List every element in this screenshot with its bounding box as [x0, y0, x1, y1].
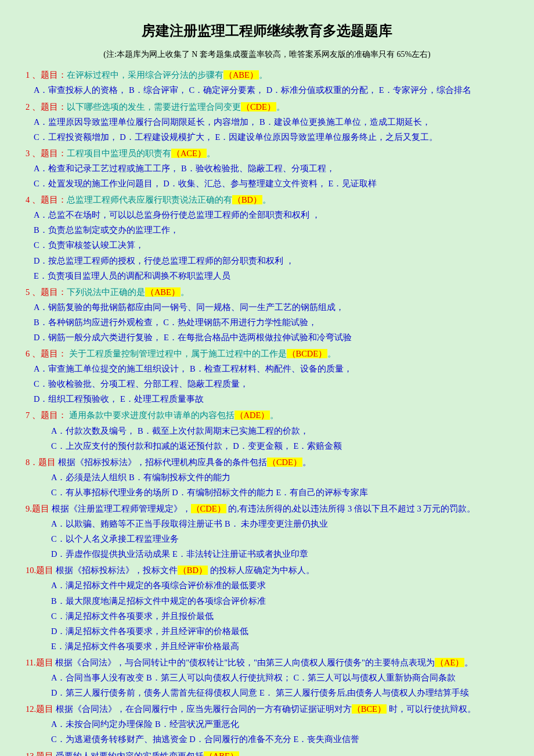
question-text: 下列说法中正确的是 — [67, 287, 145, 297]
answer-highlight: （BCE） — [352, 704, 387, 714]
question-11: 11.题目 根据《合同法》，与合同转让中的"债权转让"比较，"由第三人向债权人履… — [26, 655, 508, 700]
question-text-tail: 。 — [181, 287, 189, 297]
option-line: D．组织工程预验收， E．处理工程质量事故 — [26, 391, 508, 406]
option-line: A．未按合同约定办理保险 B．经营状况严重恶化 — [26, 717, 508, 732]
option-line: D．第三人履行债务前，债务人需首先征得债权人同意 E． 第三人履行债务后,由债务… — [26, 685, 508, 700]
question-text: 根据《合同法》，与合同转让中的"债权转让"比较，"由第三人向债权人履行债务"的主… — [53, 658, 435, 667]
question-stem: 9.题目 根据《注册监理工程师管理规定》，（CDE） 的,有违法所得的,处以违法… — [26, 501, 508, 516]
question-2: 2 、题目：以下哪些选项的发生，需要进行监理合同变更（CDE）。A．监理原因导致… — [26, 99, 508, 145]
question-number: 12.题目 — [26, 704, 53, 714]
option-line: C．处置发现的施工作业问题目， D．收集、汇总、参与整理建立文件资料， E．见证… — [26, 176, 508, 191]
question-4: 4 、题目：总监理工程师代表应履行职责说法正确的有（BD）。A．总监不在场时，可… — [26, 192, 508, 283]
question-text-tail: 。 — [464, 658, 473, 667]
question-text-tail: 。 — [302, 458, 311, 467]
option-line: A．付款次数及编号， B．截至上次付款周期末已实施工程的价款， — [26, 423, 508, 438]
answer-highlight: （CDE） — [241, 102, 276, 111]
option-line: E．满足招标文件各项要求，并且经评审价格最高 — [26, 639, 508, 654]
question-text-tail: 的投标人应确定为中标人。 — [208, 566, 315, 575]
question-text: 工程项目中监理员的职责有 — [67, 149, 171, 158]
question-6: 6 、题目： 关于工程质量控制管理过程中，属于施工过程中的工作是（BCDE）。A… — [26, 346, 508, 406]
question-stem: 7 、题目： 通用条款中要求进度付款申请单的内容包括（ADE）。 — [26, 408, 508, 423]
option-line: A．钢筋复验的每批钢筋都应由同一钢号、同一规格、同一生产工艺的钢筋组成， — [26, 300, 508, 315]
answer-highlight: （ADE） — [234, 411, 270, 420]
question-stem: 5 、题目：下列说法中正确的是（ABE）。 — [26, 285, 508, 300]
question-text-tail: 的,有违法所得的,处以违法所得 3 倍以下且不超过 3 万元的罚款。 — [226, 504, 476, 513]
question-stem: 3 、题目：工程项目中监理员的职责有（ACE）。 — [26, 146, 508, 161]
page-subtitle: (注:本题库为网上收集了 N 套考题集成覆盖率较高，唯答案系网友版的准确率只有 … — [26, 47, 508, 62]
question-stem: 4 、题目：总监理工程师代表应履行职责说法正确的有（BD）。 — [26, 192, 508, 207]
question-number: 3 、题目： — [26, 149, 67, 158]
option-line: D．钢筋一般分成六类进行复验， E．在每批合格品中选两根做拉伸试验和冷弯试验 — [26, 330, 508, 345]
question-5: 5 、题目：下列说法中正确的是（ABE）。A．钢筋复验的每批钢筋都应由同一钢号、… — [26, 285, 508, 345]
question-number: 8．题目 — [26, 458, 56, 467]
question-stem: 11.题目 根据《合同法》，与合同转让中的"债权转让"比较，"由第三人向债权人履… — [26, 655, 508, 670]
option-line: C．为逃避债务转移财产、抽逃资金 D．合同履行的准备不充分 E．丧失商业信誉 — [26, 732, 508, 747]
question-stem: 10.题目 根据《招标投标法》，投标文件（BD） 的投标人应确定为中标人。 — [26, 563, 508, 578]
question-text: 以下哪些选项的发生，需要进行监理合同变更 — [67, 102, 241, 111]
option-line: A．以欺骗、贿赂等不正当手段取得注册证书 B． 未办理变更注册仍执业 — [26, 516, 508, 531]
question-number: 2 、题目： — [26, 102, 67, 111]
question-text-tail: 。 — [239, 751, 248, 757]
question-text: 根据《招标投标法》，投标文件 — [53, 566, 178, 575]
question-number: 4 、题目： — [26, 195, 67, 204]
question-12: 12.题目 根据《合同法》，在合同履行中，应当先履行合同的一方有确切证据证明对方… — [26, 701, 508, 747]
question-text-tail: 时，可以行使抗辩权。 — [387, 704, 476, 714]
question-text: 根据《合同法》，在合同履行中，应当先履行合同的一方有确切证据证明对方 — [53, 704, 352, 714]
question-1: 1 、题目：在评标过程中，采用综合评分法的步骤有（ABE）。A．审查投标人的资格… — [26, 67, 508, 98]
question-text-tail: 。 — [262, 195, 271, 204]
option-line: D．满足招标文件各项要求，并且经评审的价格最低 — [26, 624, 508, 639]
question-text: 总监理工程师代表应履行职责说法正确的有 — [67, 195, 232, 204]
option-line: C．上次应支付的预付款和扣减的返还预付款， D．变更金额， E．索赔金额 — [26, 438, 508, 453]
question-number: 6 、题目： — [26, 349, 67, 358]
option-line: B．负责总监制定或交办的监理工作， — [26, 222, 508, 237]
question-stem: 13.题目 受要约人对要约内容的实质性变更包括（ABE）。 — [26, 748, 508, 757]
answer-highlight: （BD） — [178, 566, 208, 575]
question-text-tail: 。 — [276, 102, 285, 111]
answer-highlight: （AE） — [435, 658, 464, 667]
question-text: 根据《注册监理工程师管理规定》， — [49, 504, 191, 513]
question-stem: 6 、题目： 关于工程质量控制管理过程中，属于施工过程中的工作是（BCDE）。 — [26, 346, 508, 361]
question-text-tail: 。 — [327, 349, 336, 358]
question-text: 关于工程质量控制管理过程中，属于施工过程中的工作是 — [67, 349, 287, 358]
answer-highlight: （ABE） — [223, 70, 259, 80]
question-text-tail: 。 — [259, 70, 268, 80]
answer-highlight: （BD） — [232, 195, 262, 204]
option-line: A．审查施工单位提交的施工组织设计， B．检查工程材料、构配件、设备的质量， — [26, 361, 508, 376]
option-line: C．负责审核签认竣工决算， — [26, 237, 508, 253]
question-number: 7 、题目： — [26, 411, 67, 420]
question-text: 根据《招标投标法》，招标代理机构应具备的条件包括 — [56, 458, 267, 467]
answer-highlight: （CDE） — [267, 458, 302, 467]
option-line: B．最大限度地满足招标文件中规定的各项综合评价标准 — [26, 593, 508, 609]
question-9: 9.题目 根据《注册监理工程师管理规定》，（CDE） 的,有违法所得的,处以违法… — [26, 501, 508, 561]
question-stem: 12.题目 根据《合同法》，在合同履行中，应当先履行合同的一方有确切证据证明对方… — [26, 701, 508, 717]
question-number: 11.题目 — [26, 658, 53, 667]
question-stem: 2 、题目：以下哪些选项的发生，需要进行监理合同变更（CDE）。 — [26, 99, 508, 114]
question-text: 在评标过程中，采用综合评分法的步骤有 — [67, 70, 223, 80]
question-text: 受要约人对要约内容的实质性变更包括 — [53, 751, 204, 757]
option-line: A．必须是法人组织 B．有编制投标文件的能力 — [26, 470, 508, 485]
answer-highlight: （ABE） — [204, 751, 239, 757]
question-number: 13.题目 — [26, 751, 53, 757]
option-line: D．按总监理工程师的授权，行使总监理工程师的部分职责和权利 ， — [26, 253, 508, 268]
option-line: A．总监不在场时，可以以总监身份行使总监理工程师的全部职责和权利 ， — [26, 207, 508, 222]
question-number: 5 、题目： — [26, 287, 67, 297]
option-line: C．以个人名义承接工程监理业务 — [26, 531, 508, 546]
question-13: 13.题目 受要约人对要约内容的实质性变更包括（ABE）。A．违约责任的变更 B… — [26, 748, 508, 757]
answer-highlight: （CDE） — [191, 504, 226, 513]
option-line: B．各种钢筋均应进行外观检查， C．热处理钢筋不用进行力学性能试验， — [26, 315, 508, 330]
option-line: A．审查投标人的资格， B．综合评审， C．确定评分要素， D．标准分值或权重的… — [26, 82, 508, 98]
question-10: 10.题目 根据《招标投标法》，投标文件（BD） 的投标人应确定为中标人。A．满… — [26, 563, 508, 654]
question-8: 8．题目 根据《招标投标法》，招标代理机构应具备的条件包括（CDE）。A．必须是… — [26, 455, 508, 500]
question-3: 3 、题目：工程项目中监理员的职责有（ACE）。A．检查和记录工艺过程或施工工序… — [26, 146, 508, 191]
option-line: A．检查和记录工艺过程或施工工序， B．验收检验批、隐蔽工程、分项工程， — [26, 161, 508, 176]
option-line: A．合同当事人没有改变 B．第三人可以向债权人行使抗辩权； C．第三人可以与债权… — [26, 670, 508, 685]
question-number: 10.题目 — [26, 566, 53, 575]
option-line: C．有从事招标代理业务的场所 D．有编制招标文件的能力 E．有自己的评标专家库 — [26, 485, 508, 500]
question-text: 通用条款中要求进度付款申请单的内容包括 — [67, 411, 234, 420]
option-line: C．验收检验批、分项工程、分部工程、隐蔽工程质量， — [26, 376, 508, 391]
option-line: C．工程投资额增加， D．工程建设规模扩大， E．因建设单位原因导致监理单位服务… — [26, 129, 508, 145]
option-line: A．监理原因导致监理单位履行合同期限延长，内容增加， B．建设单位更换施工单位，… — [26, 114, 508, 129]
question-7: 7 、题目： 通用条款中要求进度付款申请单的内容包括（ADE）。A．付款次数及编… — [26, 408, 508, 453]
question-stem: 8．题目 根据《招标投标法》，招标代理机构应具备的条件包括（CDE）。 — [26, 455, 508, 470]
page-title: 房建注册监理工程师继续教育多选题题库 — [26, 19, 508, 44]
